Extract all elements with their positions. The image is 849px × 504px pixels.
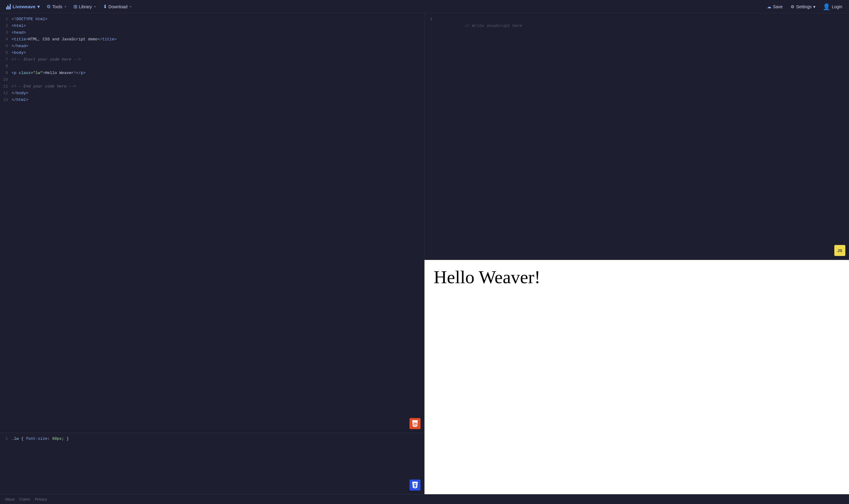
save-button[interactable]: ☁ Save bbox=[763, 3, 786, 11]
html-line-13: </html> bbox=[12, 97, 419, 103]
html-line-3: <head> bbox=[12, 29, 419, 36]
html-line-4: <title>HTML, CSS and JavaScript demo</ti… bbox=[12, 36, 419, 43]
library-icon: ⊞ bbox=[73, 4, 77, 10]
brand-chevron-icon: ▾ bbox=[37, 4, 40, 10]
settings-icon: ⚙ bbox=[791, 4, 795, 9]
tools-chevron-icon: ▾ bbox=[65, 5, 66, 8]
settings-menu[interactable]: ⚙ Settings ▾ bbox=[788, 3, 818, 11]
html-editor-content: 12345 678910 111213 <!DOCTYPE html> <htm… bbox=[0, 14, 424, 433]
settings-label: Settings bbox=[796, 4, 812, 9]
css-code-area: .lw { font-size: 60px; } bbox=[12, 435, 424, 492]
css3-badge bbox=[410, 480, 420, 490]
js-line-1: // Write JavaScript here bbox=[436, 16, 844, 36]
tools-menu[interactable]: ⚙ Tools ▾ bbox=[43, 2, 69, 11]
right-panel: 1 // Write JavaScript here JS Hello Weav… bbox=[424, 14, 849, 494]
html-line-numbers: 12345 678910 111213 bbox=[0, 16, 12, 430]
html-editor[interactable]: 12345 678910 111213 <!DOCTYPE html> <htm… bbox=[0, 14, 424, 433]
html-line-1: <!DOCTYPE html> bbox=[12, 16, 419, 23]
download-menu[interactable]: ⬇ Download ▾ bbox=[100, 2, 134, 11]
css-editor[interactable]: 1 .lw { font-size: 60px; } bbox=[0, 433, 424, 494]
js-badge: JS bbox=[834, 245, 845, 256]
download-icon: ⬇ bbox=[103, 4, 107, 10]
html-line-9: <p class="lw">Hello Weaver!</p> bbox=[12, 70, 419, 76]
main-area: 12345 678910 111213 <!DOCTYPE html> <htm… bbox=[0, 14, 849, 494]
download-label: Download bbox=[109, 4, 128, 9]
css-editor-content: 1 .lw { font-size: 60px; } bbox=[0, 433, 424, 494]
html-line-6: <body> bbox=[12, 50, 419, 56]
left-editors-panel: 12345 678910 111213 <!DOCTYPE html> <htm… bbox=[0, 14, 424, 494]
css-line-1: .lw { font-size: 60px; } bbox=[12, 435, 419, 442]
html-line-11: <!-- End your code here --> bbox=[12, 83, 419, 90]
brand-icon bbox=[6, 4, 11, 10]
css-line-numbers: 1 bbox=[0, 435, 12, 492]
html-line-5: </head> bbox=[12, 43, 419, 50]
login-button[interactable]: 👤 Login bbox=[820, 2, 845, 12]
js-line-numbers: 1 bbox=[424, 16, 436, 257]
html-line-8 bbox=[12, 63, 419, 70]
brand-label: Liveweave bbox=[13, 4, 35, 9]
brand-button[interactable]: Liveweave ▾ bbox=[4, 3, 42, 11]
tools-label: Tools bbox=[52, 4, 62, 9]
footer: About Colors Privacy bbox=[0, 494, 849, 504]
tools-icon: ⚙ bbox=[47, 4, 51, 10]
preview-text: Hello Weaver! bbox=[434, 266, 540, 288]
js-editor-content: 1 // Write JavaScript here bbox=[424, 14, 849, 260]
html-code-area: <!DOCTYPE html> <html> <head> <title>HTM… bbox=[12, 16, 424, 430]
login-label: Login bbox=[832, 4, 842, 9]
html5-badge bbox=[410, 418, 420, 429]
library-label: Library bbox=[79, 4, 92, 9]
library-chevron-icon: ▾ bbox=[94, 5, 96, 8]
library-menu[interactable]: ⊞ Library ▾ bbox=[70, 2, 99, 11]
preview-panel: Hello Weaver! bbox=[424, 260, 849, 494]
js-badge-label: JS bbox=[837, 248, 842, 253]
html-line-2: <html> bbox=[12, 23, 419, 29]
login-icon: 👤 bbox=[823, 3, 830, 11]
colors-link[interactable]: Colors bbox=[19, 497, 30, 502]
js-editor[interactable]: 1 // Write JavaScript here JS bbox=[424, 14, 849, 260]
save-label: Save bbox=[773, 4, 783, 9]
js-code-area: // Write JavaScript here bbox=[436, 16, 849, 257]
about-link[interactable]: About bbox=[5, 497, 14, 502]
settings-chevron-icon: ▾ bbox=[813, 4, 815, 9]
html-line-12: </body> bbox=[12, 90, 419, 97]
privacy-link[interactable]: Privacy bbox=[35, 497, 47, 502]
top-nav: Liveweave ▾ ⚙ Tools ▾ ⊞ Library ▾ ⬇ Down… bbox=[0, 0, 849, 14]
nav-right: ☁ Save ⚙ Settings ▾ 👤 Login bbox=[763, 2, 845, 12]
download-chevron-icon: ▾ bbox=[130, 5, 131, 8]
html-line-7: <!-- Start your code here --> bbox=[12, 56, 419, 63]
save-icon: ☁ bbox=[767, 4, 771, 9]
html-line-10 bbox=[12, 76, 419, 83]
